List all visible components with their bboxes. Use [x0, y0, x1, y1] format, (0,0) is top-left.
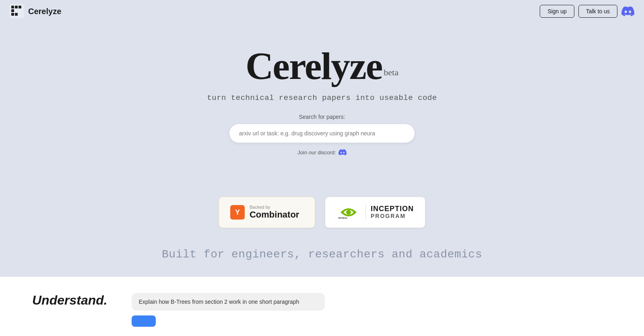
- talk-button[interactable]: Talk to us: [578, 5, 617, 18]
- nvidia-badge: NVIDIA. INCEPTION PROGRAM: [325, 197, 425, 228]
- badges-section: Y Backed by Combinator NVIDIA. INCEPTION…: [0, 197, 644, 228]
- chat-bubble-section: Explain how B-Trees from section 2 work …: [132, 293, 612, 327]
- search-input[interactable]: [239, 130, 405, 137]
- svg-rect-5: [15, 13, 18, 16]
- nvidia-logo-svg: NVIDIA.: [336, 204, 361, 220]
- hero-section: Cerelyzebeta turn technical research pap…: [0, 23, 644, 172]
- discord-link-label: Join our discord:: [297, 149, 336, 156]
- understand-title: Understand.: [32, 293, 107, 308]
- logo-area: Cerelyze: [10, 4, 61, 19]
- hero-title-text: Cerelyze: [246, 44, 382, 87]
- chat-bubble-1: Explain how B-Trees from section 2 work …: [132, 293, 325, 311]
- search-label: Search for papers:: [299, 114, 345, 120]
- chat-bubble-response: [132, 315, 156, 327]
- svg-rect-1: [11, 6, 14, 8]
- inception-text: INCEPTION PROGRAM: [371, 205, 414, 219]
- navbar: Cerelyze Sign up Talk to us: [0, 0, 644, 23]
- search-input-wrapper: [229, 124, 415, 143]
- understand-block: Understand.: [32, 293, 107, 308]
- hero-beta-label: beta: [384, 67, 398, 77]
- svg-text:NVIDIA.: NVIDIA.: [339, 217, 348, 219]
- inception-line2: PROGRAM: [371, 213, 414, 219]
- svg-point-7: [346, 210, 351, 215]
- yc-badge: Y Backed by Combinator: [219, 197, 315, 228]
- nvidia-divider: [365, 204, 366, 220]
- inception-line1: INCEPTION: [371, 205, 414, 213]
- discord-link[interactable]: Join our discord:: [297, 148, 346, 156]
- logo-text: Cerelyze: [28, 7, 61, 16]
- discord-small-icon: [339, 148, 347, 156]
- svg-rect-4: [15, 6, 18, 8]
- yc-backed-by: Backed by: [250, 205, 299, 209]
- discord-nav-icon[interactable]: [621, 5, 634, 18]
- yc-text-block: Backed by Combinator: [250, 205, 299, 220]
- yc-logo: Y: [230, 205, 245, 220]
- svg-rect-6: [19, 6, 21, 8]
- cerelyze-logo-icon: [10, 4, 24, 19]
- hero-title: Cerelyzebeta: [246, 47, 398, 85]
- signup-button[interactable]: Sign up: [540, 5, 574, 18]
- svg-rect-3: [11, 13, 14, 16]
- hero-subtitle: turn technical research papers into usea…: [207, 93, 437, 102]
- nvidia-logo-block: NVIDIA. INCEPTION PROGRAM: [336, 204, 414, 220]
- nav-actions: Sign up Talk to us: [540, 5, 634, 18]
- search-section: Search for papers: Join our discord:: [10, 114, 634, 156]
- yc-name: Combinator: [250, 209, 299, 220]
- svg-rect-2: [11, 9, 14, 12]
- yc-letter: Y: [235, 208, 240, 217]
- tagline-section: Built for engineers, researchers and aca…: [0, 248, 644, 273]
- white-section: Understand. Explain how B-Trees from sec…: [0, 277, 644, 336]
- tagline-text: Built for engineers, researchers and aca…: [10, 248, 634, 261]
